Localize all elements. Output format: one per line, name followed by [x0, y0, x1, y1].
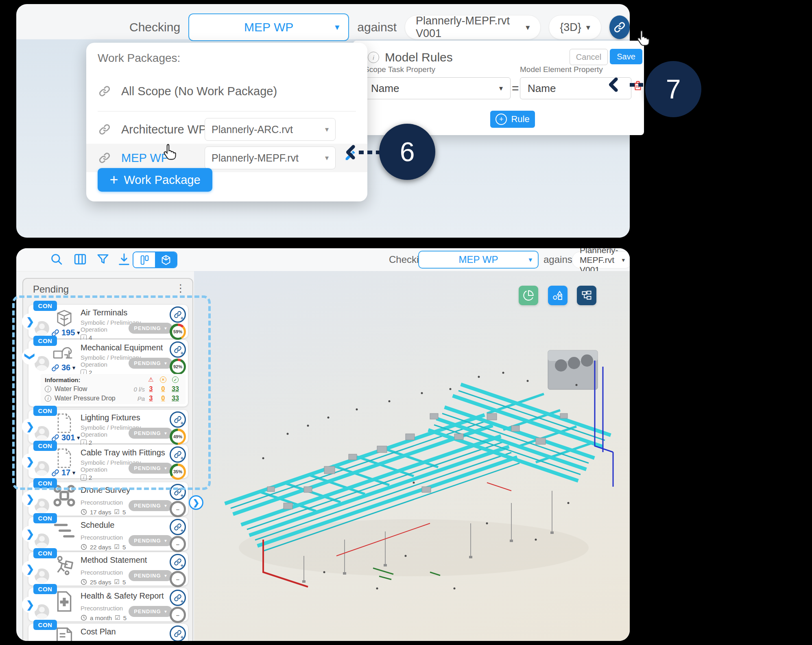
- clock-icon: [81, 579, 87, 585]
- status-dropdown[interactable]: PENDING▾: [129, 323, 172, 334]
- task-card-health-safety[interactable]: CON ❯ Health & Safety Report Preconstruc…: [28, 588, 188, 621]
- link-model-button[interactable]: [609, 15, 630, 39]
- information-panel: Information: ⚠ ✕ ✓ i Water Flow 0 l/s 3 …: [41, 374, 186, 404]
- search-icon[interactable]: [50, 252, 63, 266]
- shapes-view-button[interactable]: [548, 286, 568, 305]
- arrow-left-icon: [607, 77, 622, 92]
- task-card-cost-plan[interactable]: CON Cost Plan +: [28, 624, 188, 641]
- rooftop-unit: [548, 350, 598, 389]
- link-icon: [51, 469, 59, 477]
- annotation-circle-7: 7: [645, 61, 701, 117]
- scope-task-property-select[interactable]: Name ▾: [363, 77, 511, 99]
- link-elements-button[interactable]: +: [170, 341, 186, 358]
- filter-icon[interactable]: [96, 252, 110, 266]
- expand-chevron-icon[interactable]: ❯: [22, 453, 38, 470]
- model-version-select[interactable]: Plannerly-MEPF.rvt V001 ▾: [405, 15, 541, 39]
- information-row[interactable]: i Water Pressure Drop Pa 3 0 33: [45, 395, 181, 402]
- task-card-schedule[interactable]: CON ❯ Schedule Preconstruction 22 days ☑…: [28, 517, 188, 551]
- caret-down-icon: ▾: [622, 256, 625, 264]
- expand-chevron-icon[interactable]: ❯: [22, 526, 38, 542]
- task-card-air-terminals[interactable]: CON ❯ 195 ▾ Air Terminals Symbolic / Pre…: [28, 305, 188, 338]
- task-card-cable-tray[interactable]: CON ❯ 17 ▾ Cable Tray with Fittings Symb…: [28, 445, 188, 478]
- info-icon: i: [81, 474, 87, 481]
- 3d-viewport[interactable]: [194, 271, 630, 641]
- linked-elements-count[interactable]: 36 ▾: [51, 363, 75, 372]
- pending-column: Pending ⋮ CON ❯ 195 ▾ Air Terminals Symb…: [22, 278, 193, 641]
- information-header: Information:: [45, 376, 81, 383]
- con-badge: CON: [33, 620, 57, 630]
- columns-icon[interactable]: [73, 252, 87, 266]
- cancel-button[interactable]: Cancel: [570, 49, 608, 65]
- status-dropdown[interactable]: PENDING▾: [129, 606, 172, 617]
- link-elements-button[interactable]: +: [170, 484, 186, 500]
- link-elements-button[interactable]: +: [170, 519, 186, 535]
- expand-chevron-icon[interactable]: ❯: [22, 561, 38, 577]
- plus-circle-icon: +: [495, 114, 507, 125]
- collapse-chevron-icon[interactable]: ❯: [22, 348, 38, 365]
- status-dropdown[interactable]: PENDING▾: [129, 570, 172, 581]
- caret-down-icon: ▾: [325, 153, 329, 162]
- add-work-package-button[interactable]: + Work Package: [98, 168, 212, 192]
- add-rule-button[interactable]: + Rule: [490, 111, 535, 128]
- task-title: Cost Plan: [81, 627, 180, 636]
- 3d-view-button[interactable]: [155, 252, 177, 267]
- link-elements-button[interactable]: +: [170, 554, 186, 570]
- con-badge: CON: [33, 548, 57, 558]
- against-label-wrap: against: [544, 251, 575, 269]
- kebab-menu-icon[interactable]: ⋮: [175, 282, 186, 295]
- mep-3d-model: [202, 312, 621, 613]
- collapse-sidebar-button[interactable]: ❯: [189, 495, 203, 510]
- link-icon: [98, 85, 111, 97]
- task-card-method-statement[interactable]: CON ❯ Method Statement Preconstruction 2…: [28, 552, 188, 586]
- expand-chevron-icon[interactable]: ❯: [22, 313, 38, 330]
- status-dropdown[interactable]: PENDING▾: [129, 428, 172, 439]
- task-title: Cable Tray with Fittings: [81, 448, 180, 457]
- mep-model-select[interactable]: Plannerly-MEPF.rvt ▾: [205, 146, 336, 169]
- progress-ring: –: [170, 536, 186, 552]
- board-view-button[interactable]: [133, 252, 155, 267]
- view-select[interactable]: {3D} ▾: [549, 15, 601, 39]
- task-title: Method Statement: [81, 555, 180, 565]
- task-title: Drone Survey: [81, 485, 180, 495]
- status-dropdown[interactable]: PENDING▾: [129, 500, 172, 511]
- progress-ring: 92%: [170, 359, 186, 375]
- status-dropdown[interactable]: PENDING▾: [129, 535, 172, 546]
- architecture-model-select[interactable]: Plannerly-ARC.rvt ▾: [205, 118, 336, 141]
- linked-elements-count[interactable]: 17 ▾: [51, 468, 75, 477]
- dotted-line: [630, 83, 647, 87]
- link-icon: [98, 152, 111, 164]
- all-scope-row[interactable]: All Scope (No Work Package): [86, 79, 367, 104]
- work-package-select[interactable]: MEP WP ▾: [188, 13, 349, 41]
- task-card-drone-survey[interactable]: CON ❯ Drone Survey Preconstruction 17 da…: [28, 482, 188, 516]
- task-card-mechanical-equipment[interactable]: CON ❯ 36 ▾ Mechanical Equipment Symbolic…: [28, 340, 188, 407]
- task-title: Air Terminals: [81, 308, 180, 317]
- pie-chart-view-button[interactable]: [519, 286, 538, 305]
- link-icon: [98, 123, 111, 136]
- information-row[interactable]: i Water Flow 0 l/s 3 0 33: [45, 385, 181, 393]
- link-elements-button[interactable]: +: [170, 590, 186, 606]
- progress-ring: –: [170, 607, 186, 623]
- link-elements-button[interactable]: +: [170, 411, 186, 428]
- save-button[interactable]: Save: [610, 49, 642, 64]
- model-version-select[interactable]: Plannerly-MEPF.rvt V001 ▾: [572, 251, 630, 269]
- status-dropdown[interactable]: PENDING▾: [129, 358, 172, 369]
- expand-chevron-icon[interactable]: ❯: [22, 418, 38, 435]
- expand-chevron-icon[interactable]: ❯: [22, 597, 38, 613]
- status-dropdown[interactable]: PENDING▾: [129, 463, 172, 474]
- info-icon: i: [368, 52, 379, 63]
- cube-icon: [160, 254, 172, 266]
- con-badge: CON: [33, 406, 57, 416]
- link-elements-button[interactable]: +: [170, 306, 186, 323]
- con-badge: CON: [33, 441, 57, 451]
- work-package-select[interactable]: MEP WP ▾: [418, 251, 539, 269]
- expand-chevron-icon[interactable]: ❯: [22, 491, 38, 507]
- task-card-lighting-fixtures[interactable]: CON ❯ 301 ▾ Lighting Fixtures Symbolic /…: [28, 410, 188, 443]
- link-elements-button[interactable]: +: [170, 446, 186, 463]
- download-icon[interactable]: [117, 252, 131, 266]
- progress-ring: 49%: [170, 429, 186, 445]
- hierarchy-view-button[interactable]: [577, 286, 596, 305]
- link-elements-button[interactable]: +: [170, 625, 186, 641]
- hierarchy-icon: [581, 290, 592, 301]
- con-badge: CON: [33, 301, 57, 311]
- pie-chart-icon: [523, 290, 534, 301]
